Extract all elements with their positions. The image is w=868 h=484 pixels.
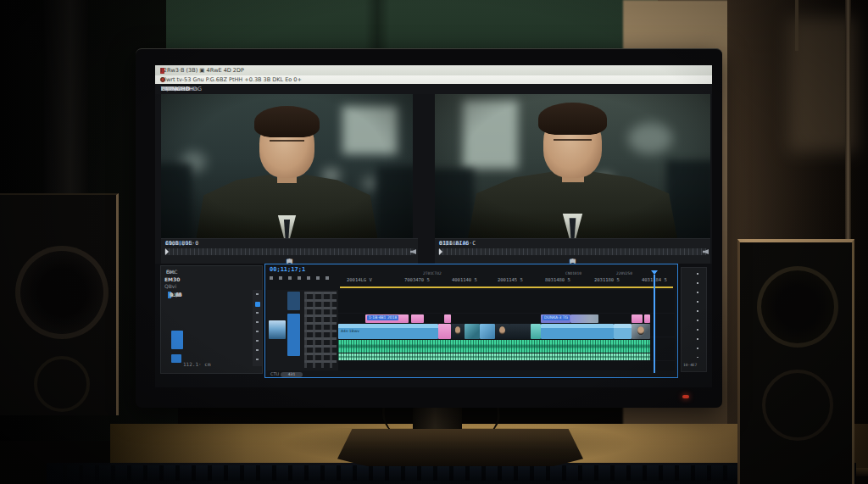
scrubber-playhead-icon[interactable]	[165, 248, 169, 255]
clip-label: DUNKA·3 TG	[542, 315, 570, 320]
program-scrubber[interactable]	[438, 248, 707, 255]
light-stand-pole	[845, 0, 851, 280]
project-bin-subtitle: QBvi	[164, 283, 176, 289]
studio-speaker-right	[737, 239, 854, 484]
timeline-clip[interactable]	[541, 324, 614, 339]
timeline-clip-thumbnail[interactable]	[480, 324, 495, 339]
thumbnail-face	[499, 326, 505, 335]
project-panel[interactable]: Fvo BMC Gr EM30 QBvi D150.20 b·0.40 D·]0…	[160, 265, 263, 374]
timeline-clip[interactable]	[438, 324, 451, 339]
meter-readout: 10·4E7	[683, 363, 697, 367]
speaker-woofer	[757, 266, 838, 348]
timeline-clip[interactable]	[411, 314, 424, 323]
monitor-stand-base	[337, 429, 583, 466]
track-v1[interactable]: A4s·1Bwv	[338, 324, 675, 339]
timeline-status-text: CTU	[270, 371, 279, 376]
playhead[interactable]	[654, 275, 655, 373]
project-item-list: D150.20 b·0.40 D·]0.48 N0.50 0.60 ¶0.65 …	[168, 292, 256, 361]
light-stand-pole-2	[795, 0, 798, 51]
timeline-clip-thumbnail[interactable]	[632, 324, 650, 339]
source-monitor-viewer[interactable]	[161, 94, 413, 238]
project-tab[interactable]: Gr	[166, 269, 172, 275]
ruler-upper-label: 220V250	[616, 271, 632, 275]
tab-program-4[interactable]: EDG	[155, 86, 179, 92]
program-monitor-viewer[interactable]	[435, 94, 710, 238]
timeline-clip[interactable]: DUNKA·3 TG	[541, 314, 570, 323]
ruler-tick-label: 8031480 5	[545, 277, 570, 282]
titlebar-text: i 2Rw3·B (3B) ▣ 4RwE 4D 2DP	[160, 67, 244, 74]
project-panel-tabs: Fvo BMC Gr	[163, 268, 262, 275]
speaker-driver	[34, 356, 90, 412]
timeline-clip-thumbnail[interactable]	[495, 324, 509, 339]
active-tool-icon[interactable]	[255, 302, 260, 307]
timeline-clip[interactable]: 1·1B·4B1 2018	[365, 314, 409, 323]
timeline-timecode[interactable]: 00;11;17;1	[270, 266, 305, 273]
track-headers[interactable]	[267, 290, 338, 370]
panel-tab-strip: FRB.I TIUI PRwvwtbXHnG TOI EVN EHO DWNGH…	[155, 84, 712, 94]
item-value: 2.00	[170, 292, 181, 298]
thumbnail-face	[637, 326, 645, 335]
timeline-clip-thumbnail[interactable]	[465, 324, 480, 339]
app-titlebar[interactable]: i 2Rw3·B (3B) ▣ 4RwE 4D 2DP	[155, 65, 712, 75]
ruler-upper-label: 2T01CTU2	[423, 271, 442, 275]
audio-meters-panel: 10·4E7	[681, 267, 707, 372]
track-a1-audio-clip[interactable]	[338, 340, 650, 353]
track-target-v1-a1[interactable]	[287, 314, 300, 356]
source-transport-bar: 00;08;05 bbwys ·t Al M C901 B9E·0 ▾ |◀ ◀…	[161, 238, 418, 264]
light-stand-pillar	[44, 0, 88, 216]
program-duration: 0III BIA6·C	[439, 240, 476, 247]
track-toggle-icons[interactable]	[304, 292, 337, 368]
app-menubar[interactable]: Olwrt tv-53 Gnu P.G.6BZ PtHH +0.3B 3B DK…	[155, 75, 712, 84]
source-video-frame	[161, 94, 413, 238]
source-scrubber[interactable]	[164, 248, 415, 255]
timeline-clip[interactable]: A4s·1Bwv	[338, 324, 438, 339]
project-bin-title: EM30	[164, 276, 180, 282]
program-timecode-row: 01B· AI00 Powers · 01/08 0III BIA6·C	[435, 239, 710, 248]
speaker-woofer	[15, 246, 108, 339]
power-led	[682, 395, 689, 398]
program-video-frame	[435, 94, 710, 238]
work-area-bar[interactable]	[340, 287, 673, 288]
timeline-toolbar-icons[interactable]	[270, 275, 329, 281]
menubar-text: Olwrt tv-53 Gnu P.G.6BZ PtHH +0.3B 3B DK…	[160, 76, 302, 83]
speaker-driver	[762, 370, 833, 441]
timeline-panel[interactable]: 00;11;17;1 2T01CTU2 CNO1010 220V250 2001…	[264, 264, 678, 378]
studio-scene: i 2Rw3·B (3B) ▣ 4RwE 4D 2DP Olwrt tv-53 …	[0, 0, 868, 484]
track-target-v2[interactable]	[287, 292, 300, 310]
timeline-tracks[interactable]: 1·1B·4B1 2018 DUNKA·3 TG A4s·1Bwv	[338, 290, 675, 370]
source-duration: C901 B9E·0	[165, 240, 198, 247]
screen: i 2Rw3·B (3B) ▣ 4RwE 4D 2DP Olwrt tv-53 …	[155, 65, 712, 387]
clip-thumbnail-preview	[269, 320, 286, 339]
horizontal-scrollbar[interactable]: 431	[281, 372, 303, 377]
panel-icon-strip	[253, 290, 262, 366]
timeline-ruler[interactable]: 2T01CTU2 CNO1010 220V250 20014LG V 70034…	[338, 271, 675, 287]
list-item[interactable]: 2.00	[168, 292, 171, 298]
track-a2-audio-clip[interactable]	[338, 353, 650, 360]
ruler-tick-label: 20014LG V	[347, 277, 372, 282]
studio-speaker-left	[0, 193, 119, 415]
project-footer-value: 112.1· cm	[183, 361, 211, 367]
ruler-upper-label: CNO1010	[565, 271, 581, 275]
vignette-overlay	[161, 94, 413, 238]
ruler-tick-label: 2001145 5	[498, 277, 523, 282]
timeline-clip[interactable]	[614, 324, 632, 339]
ruler-tick-label: 2031180 5	[594, 277, 620, 282]
vignette-overlay	[435, 94, 710, 238]
ruler-tick-label: 7003470 5	[404, 277, 430, 282]
timeline-clip[interactable]	[444, 314, 451, 323]
meter-scale-ticks	[693, 273, 702, 358]
timeline-clip[interactable]	[632, 314, 643, 323]
program-transport-bar: 01B· AI00 Powers · 01/08 0III BIA6·C ▾ |…	[435, 238, 710, 264]
timeline-clip[interactable]	[644, 314, 650, 323]
timeline-clip[interactable]	[570, 314, 598, 323]
timeline-clip-thumbnail[interactable]	[509, 324, 531, 339]
scrubber-playhead-icon[interactable]	[439, 248, 442, 255]
source-timecode-row: 00;08;05 bbwys ·t Al M C901 B9E·0	[161, 239, 418, 248]
ruler-tick-label: 4001140 5	[452, 277, 477, 282]
timeline-clip-thumbnail[interactable]	[451, 324, 465, 339]
track-v2[interactable]: 1·1B·4B1 2018 DUNKA·3 TG	[338, 314, 675, 323]
clip-label: 1·1B·4B1 2018	[367, 315, 398, 320]
thumbnail-face	[455, 326, 460, 335]
clip-label: A4s·1Bwv	[341, 329, 359, 333]
timeline-clip[interactable]	[531, 324, 541, 339]
